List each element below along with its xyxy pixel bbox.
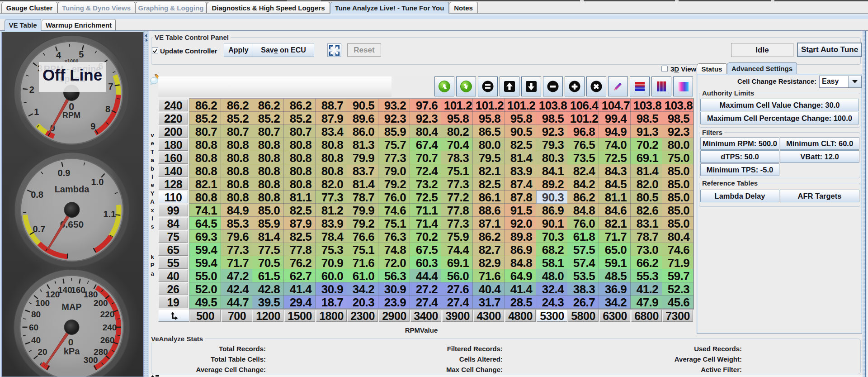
svg-text:140: 140	[58, 285, 72, 295]
svg-text:1.0: 1.0	[91, 177, 104, 187]
svg-text:8: 8	[105, 104, 110, 114]
svg-text:kPa: kPa	[64, 346, 80, 356]
svg-text:MAP: MAP	[61, 302, 81, 312]
svg-text:2: 2	[29, 85, 34, 95]
svg-text:80: 80	[31, 310, 41, 319]
svg-text:260: 260	[100, 335, 115, 345]
svg-text:Lambda: Lambda	[55, 184, 90, 194]
svg-text:200: 200	[94, 298, 108, 308]
svg-text:240: 240	[103, 323, 117, 332]
svg-text:7: 7	[108, 81, 113, 91]
svg-text:220: 220	[100, 310, 115, 319]
svg-text:1: 1	[34, 107, 39, 117]
svg-text:0: 0	[68, 337, 74, 347]
svg-text:RPM: RPM	[62, 111, 80, 120]
svg-text:0.9: 0.9	[58, 168, 71, 178]
svg-text:0.8: 0.8	[31, 190, 43, 200]
svg-text:1.1: 1.1	[104, 209, 116, 219]
svg-text:0.7: 0.7	[33, 224, 46, 234]
svg-text:4: 4	[56, 50, 61, 60]
svg-text:300: 300	[84, 355, 98, 365]
svg-text:9: 9	[90, 121, 95, 131]
svg-text:40: 40	[31, 335, 41, 345]
svg-text:5: 5	[79, 49, 84, 59]
svg-text:20: 20	[38, 347, 47, 357]
svg-text:100: 100	[35, 298, 50, 308]
svg-text:60: 60	[29, 323, 38, 332]
